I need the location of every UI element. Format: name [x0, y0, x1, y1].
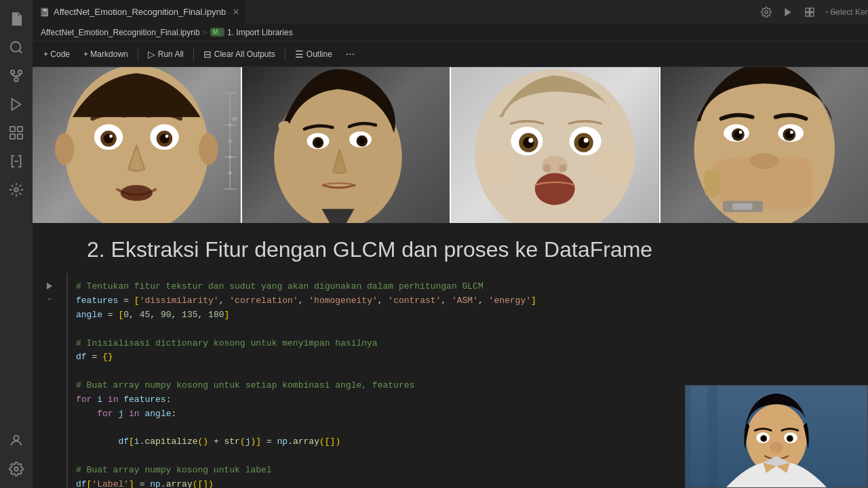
- svg-point-41: [229, 155, 232, 159]
- svg-point-62: [584, 138, 589, 142]
- svg-point-40: [229, 140, 232, 143]
- run-all-btn[interactable]: ▷ Run All: [142, 47, 189, 62]
- comment-3: # Buat array numpy kosong untuk setiap k…: [76, 380, 414, 390]
- activity-icon-account[interactable]: [3, 427, 30, 454]
- notebook-tab-close[interactable]: ×: [233, 6, 239, 18]
- svg-rect-17: [810, 12, 814, 16]
- cell-gutter: [33, 273, 66, 488]
- face-image-4: [660, 67, 869, 223]
- tab-actions: ··· Select Kernel: [757, 3, 868, 22]
- code-kw-for1: for: [76, 394, 92, 405]
- notebook-tab-label: AffectNet_Emotion_Recognition_Final.ipyn…: [54, 7, 226, 17]
- outline-icon: ☰: [295, 49, 304, 60]
- svg-point-32: [199, 133, 218, 165]
- svg-point-50: [359, 138, 365, 144]
- svg-marker-4: [12, 99, 21, 110]
- code-var-features: features: [76, 296, 118, 306]
- svg-point-12: [765, 11, 768, 14]
- svg-point-25: [109, 135, 113, 138]
- outline-btn[interactable]: ☰ Outline: [290, 47, 338, 62]
- webcam-video: [686, 386, 867, 487]
- svg-point-3: [18, 70, 22, 75]
- svg-point-95: [762, 436, 766, 441]
- svg-point-74: [738, 131, 742, 134]
- toolbar: + Code + Markdown ▷ Run All ⊟ Clear All …: [33, 41, 868, 67]
- svg-point-0: [11, 42, 21, 52]
- run-all-label: Run All: [158, 49, 184, 59]
- svg-point-2: [11, 70, 15, 75]
- select-kernel-btn[interactable]: Select Kernel: [844, 3, 863, 22]
- outline-label: Outline: [307, 49, 332, 59]
- svg-point-1: [14, 78, 18, 82]
- activity-icon-remote[interactable]: [3, 176, 30, 203]
- svg-point-68: [595, 149, 635, 181]
- breadcrumb-sep1: >: [203, 28, 208, 37]
- toolbar-sep2: [193, 47, 194, 61]
- cell-collapse-button[interactable]: [46, 295, 53, 304]
- notebook-tab-icon: 📓: [39, 7, 50, 17]
- svg-point-64: [543, 164, 551, 172]
- layout-action-btn[interactable]: [800, 3, 819, 22]
- svg-text:n: n: [233, 114, 237, 123]
- face-images-output: n: [33, 67, 868, 223]
- activity-icon-source-control[interactable]: [3, 62, 30, 89]
- code-kw-for2: for: [97, 409, 113, 419]
- video-overlay: [685, 385, 868, 488]
- svg-point-31: [55, 133, 74, 165]
- activity-icon-extensions[interactable]: [3, 119, 30, 146]
- svg-rect-7: [10, 134, 15, 139]
- comment-1: # Tentukan fitur tekstur dan sudut yang …: [76, 281, 484, 291]
- more-btn[interactable]: ···: [340, 46, 360, 62]
- activity-icon-run[interactable]: [3, 91, 30, 118]
- activity-icon-settings[interactable]: [3, 455, 30, 483]
- run-all-icon: ▷: [148, 49, 155, 60]
- add-code-btn[interactable]: + Code: [38, 47, 75, 61]
- comment-4: # Buat array numpy kosong untuk label: [76, 465, 272, 475]
- svg-point-10: [14, 436, 18, 441]
- svg-marker-13: [785, 8, 791, 16]
- svg-point-47: [315, 140, 321, 146]
- svg-point-66: [535, 173, 575, 205]
- face-image-2: [242, 67, 452, 223]
- face-image-1: n: [33, 67, 242, 223]
- code-var-df: df: [76, 352, 87, 362]
- run-action-btn[interactable]: [778, 3, 797, 22]
- svg-marker-85: [47, 283, 52, 290]
- activity-bar: [0, 0, 33, 488]
- svg-rect-15: [810, 8, 814, 12]
- activity-icon-files[interactable]: [3, 5, 30, 33]
- activity-bar-bottom: [3, 427, 30, 488]
- svg-point-30: [121, 185, 153, 201]
- clear-outputs-btn[interactable]: ⊟ Clear All Outputs: [198, 47, 281, 62]
- breadcrumb-section[interactable]: 1. Import Libraries: [227, 28, 293, 37]
- face-image-3: [451, 67, 660, 223]
- notebook-content[interactable]: n: [33, 67, 868, 488]
- svg-rect-16: [806, 12, 809, 16]
- breadcrumb: AffectNet_Emotion_Recognition_Final.ipyn…: [33, 24, 868, 41]
- breadcrumb-badge: M↓: [210, 28, 224, 37]
- svg-point-58: [528, 138, 533, 142]
- breadcrumb-file[interactable]: AffectNet_Emotion_Recognition_Final.ipyn…: [41, 28, 200, 37]
- section-heading-2: 2. Ekstraksi Fitur dengan GLCM dan prose…: [33, 223, 868, 273]
- svg-point-11: [14, 467, 18, 471]
- svg-point-65: [559, 164, 567, 172]
- svg-point-9: [14, 188, 18, 192]
- svg-point-99: [770, 442, 783, 453]
- code-var-angle: angle: [76, 310, 102, 320]
- clear-outputs-icon: ⊟: [203, 49, 212, 60]
- select-kernel-label: Select Kernel: [830, 7, 868, 17]
- svg-rect-81: [704, 169, 720, 197]
- settings-action-btn[interactable]: [757, 3, 776, 22]
- svg-rect-14: [806, 8, 809, 12]
- activity-icon-test[interactable]: [3, 148, 30, 175]
- svg-point-78: [789, 131, 793, 134]
- activity-icon-search[interactable]: [3, 34, 30, 61]
- notebook-tab[interactable]: 📓 AffectNet_Emotion_Recognition_Final.ip…: [33, 0, 246, 24]
- svg-rect-83: [732, 203, 752, 209]
- toolbar-sep1: [138, 47, 138, 61]
- add-markdown-btn[interactable]: + Markdown: [78, 47, 134, 61]
- svg-rect-6: [18, 127, 22, 131]
- cell-run-button[interactable]: [42, 279, 57, 293]
- toolbar-sep3: [285, 47, 285, 61]
- comment-2: # Inisialisasi dictionary kosong untuk m…: [76, 338, 378, 348]
